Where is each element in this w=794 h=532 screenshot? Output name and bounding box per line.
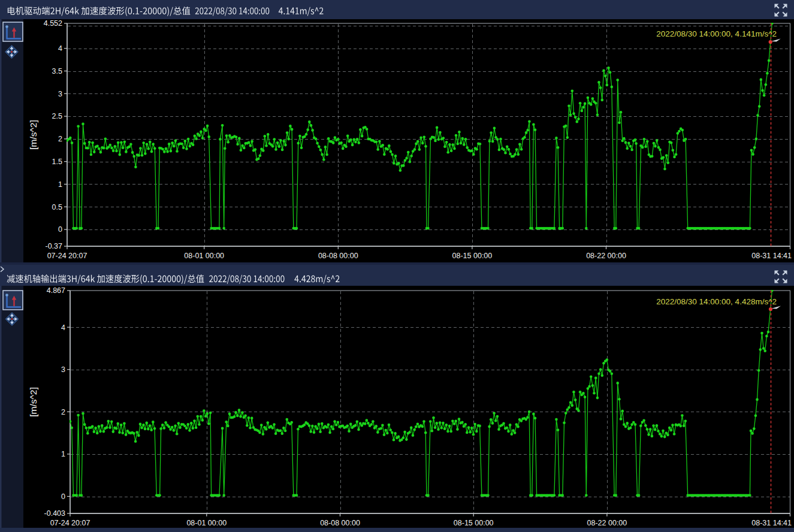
svg-text:08-08 00:00: 08-08 00:00	[318, 252, 358, 260]
svg-text:2022/08/30 14:00:00, 4.428m/s^: 2022/08/30 14:00:00, 4.428m/s^2	[656, 297, 777, 306]
svg-text:08-31 14:41: 08-31 14:41	[751, 519, 792, 527]
svg-text:4.552: 4.552	[44, 19, 62, 28]
svg-text:08-15 00:00: 08-15 00:00	[454, 519, 494, 527]
svg-text:08-01 00:00: 08-01 00:00	[186, 519, 227, 527]
svg-text:-0.37: -0.37	[46, 242, 63, 250]
svg-text:4: 4	[61, 324, 65, 332]
svg-text:08-22 00:00: 08-22 00:00	[587, 519, 627, 527]
svg-text:2022/08/30 14:00:00, 4.141m/s^: 2022/08/30 14:00:00, 4.141m/s^2	[656, 29, 777, 38]
svg-text:1.5: 1.5	[52, 158, 62, 166]
svg-text:2.5: 2.5	[52, 112, 62, 120]
svg-text:1: 1	[58, 180, 62, 189]
svg-text:0: 0	[58, 225, 62, 234]
svg-text:3: 3	[61, 365, 65, 374]
svg-text:4.867: 4.867	[47, 286, 65, 295]
svg-text:[m/s^2]: [m/s^2]	[28, 120, 38, 149]
svg-text:0.5: 0.5	[52, 203, 62, 211]
svg-text:08-22 00:00: 08-22 00:00	[586, 252, 626, 260]
svg-text:07-24 20:07: 07-24 20:07	[50, 519, 90, 527]
svg-text:2: 2	[58, 135, 62, 143]
svg-text:3.5: 3.5	[52, 67, 62, 75]
svg-text:-0.403: -0.403	[44, 509, 65, 518]
svg-text:08-01 00:00: 08-01 00:00	[184, 252, 224, 260]
svg-text:2: 2	[61, 408, 65, 416]
svg-text:08-31 14:41: 08-31 14:41	[751, 252, 792, 260]
svg-text:4: 4	[58, 44, 62, 53]
svg-text:08-08 00:00: 08-08 00:00	[320, 519, 360, 527]
svg-text:[m/s^2]: [m/s^2]	[28, 387, 38, 416]
svg-text:3: 3	[58, 90, 62, 98]
svg-text:0: 0	[61, 492, 65, 501]
svg-text:08-15 00:00: 08-15 00:00	[452, 252, 493, 260]
svg-text:07-24 20:07: 07-24 20:07	[47, 252, 87, 260]
svg-text:1: 1	[61, 450, 65, 458]
